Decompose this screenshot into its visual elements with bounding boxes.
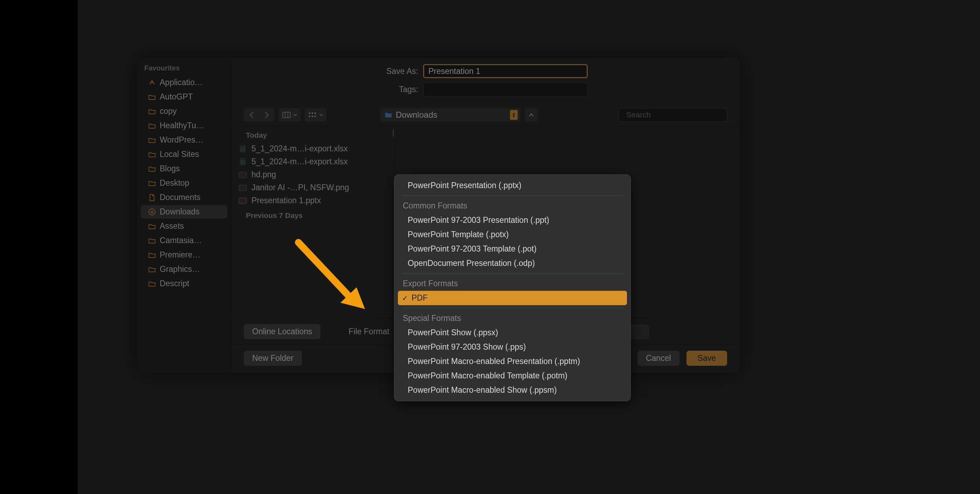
sidebar-item-premiere[interactable]: Premiere… — [141, 248, 228, 262]
chevron-right-icon — [264, 112, 269, 118]
toolbar: Downloads ▲▼ — [231, 105, 740, 127]
new-folder-button[interactable]: New Folder — [244, 351, 302, 366]
folder-icon — [148, 179, 156, 188]
file-row[interactable]: hd.png — [231, 168, 394, 181]
folder-icon — [148, 136, 156, 144]
group-switch[interactable] — [305, 108, 326, 121]
format-option[interactable]: PowerPoint Presentation (.pptx) — [398, 178, 627, 193]
sidebar-item-label: Local Sites — [160, 150, 199, 159]
sidebar-item-graphics[interactable]: Graphics… — [141, 263, 228, 276]
tags-label: Tags: — [383, 85, 418, 94]
file-section-header: Today — [231, 127, 394, 142]
apps-icon — [148, 78, 156, 87]
svg-rect-4 — [309, 113, 310, 114]
search-input[interactable] — [626, 110, 722, 120]
svg-rect-6 — [315, 113, 316, 114]
nav-buttons — [244, 108, 275, 121]
svg-rect-17 — [239, 185, 247, 191]
folder-icon — [148, 236, 156, 245]
format-option[interactable]: PowerPoint 97-2003 Show (.pps) — [398, 340, 627, 354]
folder-icon — [148, 93, 156, 101]
search-box[interactable] — [619, 108, 727, 121]
sidebar-item-localsites[interactable]: Local Sites — [141, 148, 228, 161]
search-icon — [623, 112, 624, 118]
collapse-button[interactable] — [525, 108, 538, 121]
format-option[interactable]: ✓PDF — [398, 291, 627, 305]
sidebar-item-label: AutoGPT — [160, 92, 193, 102]
columns-icon — [282, 112, 291, 118]
sidebar-item-label: copy — [160, 107, 177, 116]
sidebar-item-documents[interactable]: Documents — [141, 191, 228, 204]
sidebar-item-label: Graphics… — [160, 265, 200, 274]
sheet-icon — [238, 157, 247, 166]
divider — [401, 196, 624, 196]
file-row[interactable]: 5_1_2024-m…i-export.xlsx — [231, 155, 394, 168]
sidebar-item-blogs[interactable]: Blogs — [141, 162, 228, 175]
sidebar-item-desktop[interactable]: Desktop — [141, 176, 228, 190]
format-option[interactable]: PowerPoint Show (.ppsx) — [398, 325, 627, 340]
file-name: Presentation 1.pptx — [251, 196, 321, 205]
sidebar-item-applicatio[interactable]: Applicatio… — [141, 76, 228, 89]
sidebar-item-descript[interactable]: Descript — [141, 277, 228, 290]
sidebar-item-healthytu[interactable]: HealthyTu… — [141, 119, 228, 132]
sidebar-item-camtasia[interactable]: Camtasia… — [141, 234, 228, 247]
file-name: hd.png — [251, 170, 276, 179]
online-locations-button[interactable]: Online Locations — [244, 324, 320, 339]
svg-rect-9 — [315, 116, 316, 117]
folder-icon — [148, 107, 156, 116]
save-as-label: Save As: — [383, 67, 418, 76]
format-option[interactable]: PowerPoint Template (.potx) — [398, 227, 627, 242]
format-group-header: Common Formats — [398, 199, 627, 213]
check-icon: ✓ — [402, 294, 408, 302]
image-icon — [238, 183, 247, 192]
sidebar-header: Favourites — [137, 64, 231, 75]
forward-button[interactable] — [259, 108, 275, 121]
svg-rect-7 — [309, 116, 310, 117]
sidebar-item-label: Downloads — [160, 207, 200, 217]
format-option[interactable]: OpenDocument Presentation (.odp) — [398, 256, 627, 271]
folder-icon — [148, 280, 156, 288]
save-as-input[interactable] — [423, 64, 588, 78]
cancel-button[interactable]: Cancel — [638, 351, 679, 366]
file-row[interactable]: Presentation 1.pptx — [231, 194, 394, 207]
sidebar-item-wordpres[interactable]: WordPres… — [141, 133, 228, 147]
folder-icon — [148, 265, 156, 274]
grid-icon — [308, 112, 317, 118]
image-icon — [238, 170, 247, 179]
file-column[interactable]: Today5_1_2024-m…i-export.xlsx5_1_2024-m…… — [231, 127, 395, 318]
sidebar-item-label: Documents — [160, 193, 200, 202]
format-option[interactable]: PowerPoint Macro-enabled Template (.potm… — [398, 368, 627, 383]
updown-icon: ▲▼ — [510, 110, 518, 120]
folder-icon — [148, 222, 156, 231]
back-button[interactable] — [244, 108, 259, 121]
folder-icon — [385, 112, 392, 118]
tags-input[interactable] — [423, 82, 588, 96]
location-dropdown[interactable]: Downloads ▲▼ — [380, 108, 520, 121]
view-switch[interactable] — [279, 108, 301, 121]
svg-rect-12 — [240, 146, 245, 152]
save-button[interactable]: Save — [686, 351, 727, 366]
sidebar-item-copy[interactable]: copy — [141, 104, 228, 118]
format-option[interactable]: PowerPoint 97-2003 Presentation (.ppt) — [398, 213, 627, 227]
svg-point-10 — [623, 115, 624, 115]
format-option[interactable]: PowerPoint Macro-enabled Show (.ppsm) — [398, 383, 627, 397]
chevron-left-icon — [249, 112, 254, 118]
svg-rect-5 — [312, 113, 313, 114]
file-row[interactable]: Janitor AI -…PI, NSFW.png — [231, 181, 394, 194]
sidebar-item-autogpt[interactable]: AutoGPT — [141, 90, 228, 104]
sidebar-item-assets[interactable]: Assets — [141, 219, 228, 233]
format-option[interactable]: PowerPoint 97-2003 Template (.pot) — [398, 242, 627, 256]
scroll-thumb[interactable] — [393, 128, 395, 137]
file-row[interactable]: 5_1_2024-m…i-export.xlsx — [231, 142, 394, 155]
sidebar-item-label: Camtasia… — [160, 236, 202, 245]
format-option[interactable]: PowerPoint Macro-enabled Presentation (.… — [398, 354, 627, 368]
sidebar-item-downloads[interactable]: Downloads — [141, 205, 228, 218]
download-icon — [148, 208, 156, 216]
chevron-down-icon — [320, 113, 323, 116]
sidebar-item-label: Desktop — [160, 178, 189, 188]
document-icon — [148, 193, 156, 202]
top-fields: Save As: Tags: — [231, 58, 740, 105]
sidebar-item-label: HealthyTu… — [160, 121, 204, 130]
chevron-up-icon — [529, 113, 534, 117]
favourites-sidebar: Favourites Applicatio…AutoGPTcopyHealthy… — [137, 58, 231, 373]
